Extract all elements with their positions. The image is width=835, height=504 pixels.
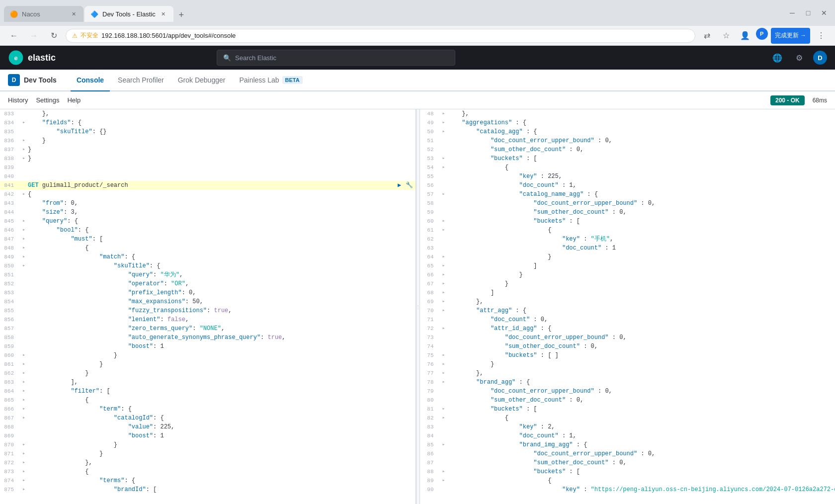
line-fold-arrow[interactable]: ▸ xyxy=(440,279,448,288)
line-fold-arrow[interactable]: ▸ xyxy=(20,261,28,270)
line-fold-arrow[interactable]: ▸ xyxy=(20,449,28,458)
line-fold-arrow[interactable]: ▸ xyxy=(440,324,448,333)
line-fold-arrow[interactable]: ▸ xyxy=(440,306,448,315)
line-number: 850 xyxy=(2,261,20,270)
back-button[interactable]: ← xyxy=(6,28,22,44)
line-fold-arrow[interactable]: ▸ xyxy=(20,226,28,235)
line-fold-arrow[interactable]: ▸ xyxy=(440,414,448,422)
line-fold-arrow[interactable]: ▸ xyxy=(440,127,448,136)
subnav-help[interactable]: Help xyxy=(67,96,81,104)
line-fold-arrow[interactable]: ▸ xyxy=(440,405,448,414)
line-number: 77 xyxy=(422,369,440,378)
line-fold-arrow[interactable]: ▸ xyxy=(440,261,448,270)
reload-button[interactable]: ↻ xyxy=(46,28,62,44)
tab-devtools[interactable]: 🔷 Dev Tools - Elastic ✕ xyxy=(84,6,173,22)
globe-icon[interactable]: 🌐 xyxy=(769,50,785,66)
line-fold-arrow[interactable]: ▸ xyxy=(440,288,448,297)
nacos-tab-close[interactable]: ✕ xyxy=(70,10,78,18)
line-fold-arrow[interactable]: ▸ xyxy=(20,396,28,405)
close-button[interactable]: ✕ xyxy=(817,6,831,20)
line-fold-arrow[interactable]: ▸ xyxy=(20,235,28,244)
line-fold-arrow[interactable]: ▸ xyxy=(440,217,448,226)
line-fold-arrow[interactable]: ▸ xyxy=(20,154,28,163)
line-fold-arrow[interactable]: ▸ xyxy=(440,476,448,485)
line-fold-arrow[interactable]: ▸ xyxy=(440,190,448,199)
line-fold-arrow[interactable]: ▸ xyxy=(20,467,28,476)
line-action-buttons[interactable]: ▶🔧 xyxy=(396,181,414,189)
line-fold-arrow[interactable]: ▸ xyxy=(20,414,28,422)
menu-icon[interactable]: ⋮ xyxy=(813,28,829,44)
line-fold-arrow[interactable]: ▸ xyxy=(440,270,448,279)
line-fold-arrow[interactable]: ▸ xyxy=(440,369,448,378)
line-fold-arrow[interactable]: ▸ xyxy=(20,378,28,387)
tab-search-profiler[interactable]: Search Profiler xyxy=(112,70,170,91)
line-fold-arrow[interactable]: ▸ xyxy=(20,458,28,467)
line-fold-arrow[interactable]: ▸ xyxy=(20,244,28,252)
line-fold-arrow[interactable]: ▸ xyxy=(20,476,28,485)
maximize-button[interactable]: □ xyxy=(801,6,815,20)
code-line: 51 "doc_count_error_upper_bound" : 0, xyxy=(420,136,835,145)
line-number: 59 xyxy=(422,208,440,217)
line-fold-arrow[interactable]: ▸ xyxy=(20,190,28,199)
line-fold-arrow[interactable]: ▸ xyxy=(440,360,448,369)
tab-painless-lab[interactable]: Painless Lab BETA xyxy=(233,70,308,91)
address-bar[interactable]: ⚠ 不安全 192.168.188.180:5601/app/dev_tools… xyxy=(66,29,695,43)
devtools-tab-close[interactable]: ✕ xyxy=(160,10,167,18)
line-fold-arrow[interactable]: ▸ xyxy=(440,154,448,163)
line-fold-arrow[interactable]: ▸ xyxy=(20,360,28,369)
line-number: 69 xyxy=(422,297,440,306)
line-fold-arrow[interactable]: ▸ xyxy=(440,226,448,235)
line-fold-arrow[interactable]: ▸ xyxy=(20,351,28,360)
run-button[interactable]: ▶ xyxy=(396,181,404,189)
line-fold-arrow[interactable]: ▸ xyxy=(440,378,448,387)
tab-console[interactable]: Console xyxy=(71,70,110,91)
line-fold-arrow[interactable]: ▸ xyxy=(440,351,448,360)
elastic-search-input[interactable]: 🔍 Search Elastic xyxy=(217,50,455,66)
settings-icon[interactable]: ⚙ xyxy=(791,50,807,66)
line-fold-arrow[interactable]: ▸ xyxy=(440,109,448,118)
line-fold-arrow[interactable]: ▸ xyxy=(20,145,28,154)
code-line: 866▸ "term": { xyxy=(0,405,416,414)
line-fold-arrow[interactable]: ▸ xyxy=(440,118,448,127)
user-avatar-btn[interactable]: P xyxy=(756,28,768,40)
right-code-panel: 48▸ },49▸ "aggregations" : {50▸ "catalog… xyxy=(420,109,835,504)
subnav-history[interactable]: History xyxy=(8,96,28,104)
code-line: 81▸ "buckets" : [ xyxy=(420,405,835,414)
user-avatar[interactable]: D xyxy=(813,51,827,65)
code-line: 860▸ } xyxy=(0,351,416,360)
line-fold-arrow[interactable]: ▸ xyxy=(20,118,28,127)
line-fold-arrow[interactable]: ▸ xyxy=(440,440,448,449)
panel-divider[interactable]: ⋮ xyxy=(416,109,420,504)
wrench-icon[interactable]: 🔧 xyxy=(406,181,414,189)
tab-nacos[interactable]: 🟠 Nacos ✕ xyxy=(4,6,84,22)
minimize-button[interactable]: ─ xyxy=(785,6,799,20)
line-fold-arrow[interactable]: ▸ xyxy=(440,467,448,476)
line-fold-arrow[interactable]: ▸ xyxy=(440,163,448,172)
translate-icon[interactable]: ⇄ xyxy=(699,28,715,44)
subnav-settings[interactable]: Settings xyxy=(36,96,59,104)
line-fold-arrow[interactable]: ▸ xyxy=(20,405,28,414)
line-fold-arrow[interactable]: ▸ xyxy=(20,136,28,145)
line-fold-arrow[interactable]: ▸ xyxy=(20,217,28,226)
line-code: "doc_count_error_upper_bound" : 0, xyxy=(448,387,834,396)
update-button[interactable]: 完成更新 → xyxy=(771,28,810,44)
new-tab-button[interactable]: + xyxy=(174,8,188,22)
profile-icon[interactable]: 👤 xyxy=(737,28,753,44)
line-fold-arrow[interactable]: ▸ xyxy=(440,252,448,261)
line-fold-arrow[interactable]: ▸ xyxy=(20,369,28,378)
forward-button[interactable]: → xyxy=(26,28,42,44)
bookmark-icon[interactable]: ☆ xyxy=(718,28,734,44)
line-fold-arrow[interactable]: ▸ xyxy=(20,440,28,449)
left-code-content[interactable]: 833 },834▸ "fields": {835 "skuTitle": {}… xyxy=(0,109,416,504)
line-fold-arrow[interactable]: ▸ xyxy=(20,387,28,396)
tab-grok-debugger[interactable]: Grok Debugger xyxy=(172,70,232,91)
code-line: 50▸ "catalog_agg" : { xyxy=(420,127,835,136)
code-line: 73 "doc_count_error_upper_bound" : 0, xyxy=(420,333,835,342)
line-fold-arrow[interactable]: ▸ xyxy=(20,252,28,261)
line-code: "skuTitle": {} xyxy=(28,127,414,136)
line-fold-arrow[interactable]: ▸ xyxy=(440,297,448,306)
elastic-logo[interactable]: e elastic xyxy=(8,50,56,66)
line-fold-arrow[interactable]: ▸ xyxy=(20,485,28,494)
right-code-content[interactable]: 48▸ },49▸ "aggregations" : {50▸ "catalog… xyxy=(420,109,835,504)
line-code: }, xyxy=(28,458,414,467)
